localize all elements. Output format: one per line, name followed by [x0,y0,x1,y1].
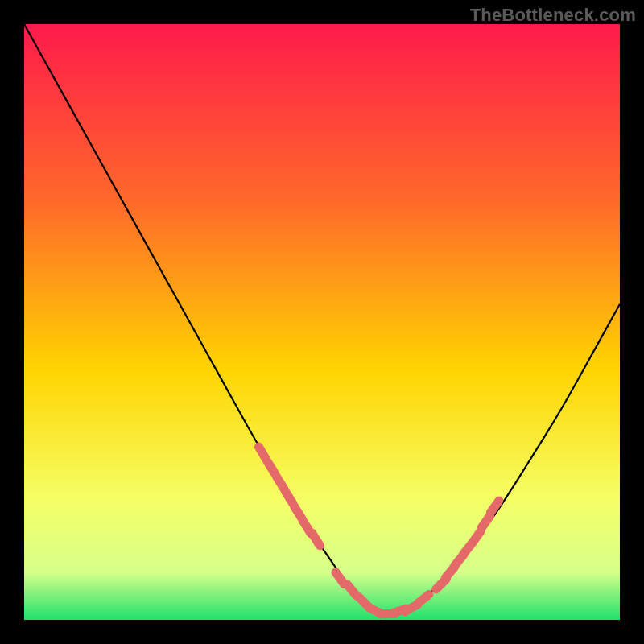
curve-marker [258,447,266,460]
curve-marker [473,530,481,543]
curve-markers [258,447,498,614]
bottleneck-curve [24,24,620,614]
curve-marker [267,462,275,474]
curve-marker [336,572,344,584]
chart-frame: TheBottleneck.com [0,0,644,644]
curve-marker [286,492,294,504]
watermark-text: TheBottleneck.com [470,5,636,26]
curve-marker [312,533,320,545]
curve-marker [295,506,303,518]
curve-marker [418,594,429,603]
curve-marker [276,477,284,489]
chart-svg-layer [24,24,620,620]
curve-marker [481,516,489,528]
curve-marker [347,584,357,596]
